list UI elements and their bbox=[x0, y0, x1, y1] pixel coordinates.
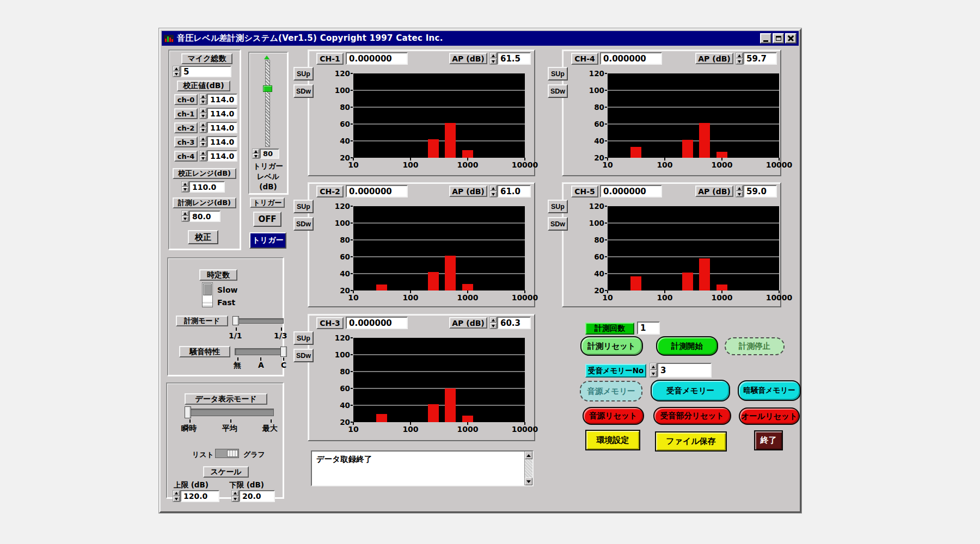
channel-value-field-ch1[interactable]: 0.000000 bbox=[346, 52, 408, 65]
spinner-arrows[interactable] bbox=[181, 211, 189, 222]
spinner-arrows[interactable] bbox=[199, 94, 207, 105]
spinner-arrows[interactable] bbox=[173, 66, 180, 77]
lower-limit-field[interactable]: 20.0 bbox=[239, 490, 275, 502]
maximize-icon bbox=[776, 36, 781, 41]
app-icon bbox=[164, 34, 174, 43]
mic-count-field[interactable]: 5 bbox=[180, 66, 231, 77]
calib-range-spinner: 110.0 bbox=[181, 181, 225, 193]
chart-panel-ch3: SUp SDw CH-3 0.000000 AP (dB) 60.3 12010… bbox=[308, 314, 535, 441]
scroll-down-button[interactable] bbox=[525, 478, 532, 485]
y-axis-tick-label: 40 bbox=[329, 269, 350, 278]
measure-range-field[interactable]: 80.0 bbox=[189, 211, 220, 222]
maximize-button[interactable] bbox=[773, 33, 784, 44]
ch0-label: ch-0 bbox=[174, 94, 198, 105]
mic-count-label: マイク総数 bbox=[181, 53, 232, 64]
ch3-label: ch-3 bbox=[174, 137, 198, 147]
receive-memory-no-field[interactable]: 3 bbox=[657, 363, 712, 378]
receive-memory-no-label: 受音メモリーNo bbox=[585, 364, 646, 378]
y-axis-tick-mark bbox=[605, 256, 607, 257]
list-graph-toggle[interactable] bbox=[215, 449, 239, 458]
ch2-value-field[interactable]: 114.0 bbox=[207, 122, 237, 133]
scroll-up-button[interactable] bbox=[525, 452, 532, 459]
close-button[interactable] bbox=[785, 33, 797, 44]
message-scrollbar[interactable] bbox=[524, 452, 532, 485]
window-title: 音圧レベル差計測システム(Ver1.5) Copyright 1997 Cate… bbox=[177, 33, 443, 44]
ap-value-field-ch2[interactable]: 61.0 bbox=[497, 185, 531, 197]
ap-value-field-ch5[interactable]: 59.0 bbox=[743, 185, 777, 197]
channel-value-field-ch5[interactable]: 0.000000 bbox=[600, 185, 662, 197]
time-constant-switch-handle[interactable] bbox=[203, 283, 212, 295]
minimize-button[interactable] bbox=[760, 33, 771, 44]
spinner-arrows[interactable] bbox=[736, 52, 743, 65]
environment-settings-button[interactable]: 環境設定 bbox=[585, 430, 640, 450]
measure-mode-slider[interactable] bbox=[234, 318, 284, 324]
channel-value-field-ch2[interactable]: 0.000000 bbox=[346, 185, 408, 197]
noise-weighting-slider[interactable] bbox=[235, 348, 286, 355]
display-mode-slider[interactable] bbox=[186, 409, 274, 416]
measure-reset-button[interactable]: 計測リセット bbox=[580, 336, 643, 356]
trigger-level-slider-handle[interactable] bbox=[263, 85, 272, 92]
ap-value-field-ch3[interactable]: 60.3 bbox=[497, 317, 531, 329]
ch4-value-field[interactable]: 114.0 bbox=[207, 150, 237, 162]
noise-weighting-label: 騒音特性 bbox=[179, 346, 230, 357]
spinner-arrows[interactable] bbox=[252, 149, 260, 159]
y-axis-tick-label: 40 bbox=[584, 137, 604, 145]
measure-count-field[interactable]: 1 bbox=[637, 322, 660, 335]
spinner-arrows[interactable] bbox=[199, 136, 207, 147]
file-save-button[interactable]: ファイル保存 bbox=[655, 431, 727, 452]
titlebar[interactable]: 音圧レベル差計測システム(Ver1.5) Copyright 1997 Cate… bbox=[162, 31, 799, 46]
measure-mode-slider-handle[interactable] bbox=[232, 316, 239, 325]
ch1-value-field[interactable]: 114.0 bbox=[207, 108, 237, 119]
x-axis-tick-label: 100 bbox=[647, 160, 682, 169]
noise-weighting-slider-handle[interactable] bbox=[280, 347, 287, 357]
list-label: リスト bbox=[192, 450, 214, 460]
desktop: 音圧レベル差計測システム(Ver1.5) Copyright 1997 Cate… bbox=[0, 0, 980, 544]
exit-button[interactable]: 終了 bbox=[754, 430, 783, 450]
chart-bar bbox=[428, 404, 439, 422]
trigger-level-slider[interactable] bbox=[265, 60, 270, 147]
y-axis-tick-mark bbox=[605, 140, 607, 141]
trigger-level-field[interactable]: 80 bbox=[260, 149, 279, 159]
receive-memory-button[interactable]: 受音メモリー bbox=[651, 380, 730, 401]
ch3-value-field[interactable]: 114.0 bbox=[207, 136, 237, 147]
spinner-arrows[interactable] bbox=[231, 490, 239, 502]
mode-tick-1-1: 1/1 bbox=[229, 331, 242, 340]
background-noise-memory-button[interactable]: 暗騒音メモリー bbox=[738, 380, 801, 401]
spinner-arrows[interactable] bbox=[650, 363, 657, 378]
ch4-label: ch-4 bbox=[174, 151, 198, 162]
channel-value-field-ch3[interactable]: 0.000000 bbox=[346, 317, 408, 329]
spinner-arrows[interactable] bbox=[489, 317, 497, 329]
chart-bar bbox=[682, 273, 693, 290]
receive-partial-reset-button[interactable]: 受音部分リセット bbox=[653, 407, 731, 425]
measure-start-button[interactable]: 計測開始 bbox=[656, 336, 718, 356]
ap-value-field-ch1[interactable]: 61.5 bbox=[497, 52, 531, 65]
channel-value-field-ch4[interactable]: 0.000000 bbox=[600, 52, 662, 65]
x-axis-tick-mark bbox=[524, 158, 525, 160]
ch0-value-field[interactable]: 114.0 bbox=[207, 94, 237, 105]
y-axis-tick-mark bbox=[605, 107, 607, 108]
calib-range-field[interactable]: 110.0 bbox=[189, 181, 225, 193]
ch3-spinner: 114.0 bbox=[199, 136, 237, 147]
spinner-arrows[interactable] bbox=[199, 108, 207, 119]
calibrate-button[interactable]: 校正 bbox=[188, 230, 218, 244]
spinner-arrows[interactable] bbox=[489, 52, 497, 65]
source-reset-button[interactable]: 音源リセット bbox=[583, 407, 644, 425]
trigger-off-button[interactable]: OFF bbox=[253, 212, 281, 227]
gridline bbox=[353, 256, 525, 257]
tick-mark bbox=[230, 419, 231, 423]
trigger-on-button[interactable]: トリガー bbox=[249, 232, 286, 249]
chart-bar bbox=[682, 140, 693, 158]
all-reset-button[interactable]: オールリセット bbox=[739, 407, 800, 425]
x-axis-tick-label: 10 bbox=[336, 293, 371, 302]
list-graph-toggle-handle[interactable] bbox=[227, 450, 238, 457]
upper-limit-field[interactable]: 120.0 bbox=[180, 490, 219, 502]
spinner-arrows[interactable] bbox=[181, 181, 189, 193]
time-constant-switch[interactable] bbox=[202, 282, 213, 307]
display-mode-slider-handle[interactable] bbox=[185, 406, 191, 418]
spinner-arrows[interactable] bbox=[199, 150, 207, 162]
spinner-arrows[interactable] bbox=[199, 122, 207, 133]
spinner-arrows[interactable] bbox=[173, 490, 180, 502]
spinner-arrows[interactable] bbox=[736, 185, 743, 197]
spinner-arrows[interactable] bbox=[489, 185, 497, 197]
ap-value-field-ch4[interactable]: 59.7 bbox=[743, 52, 777, 65]
